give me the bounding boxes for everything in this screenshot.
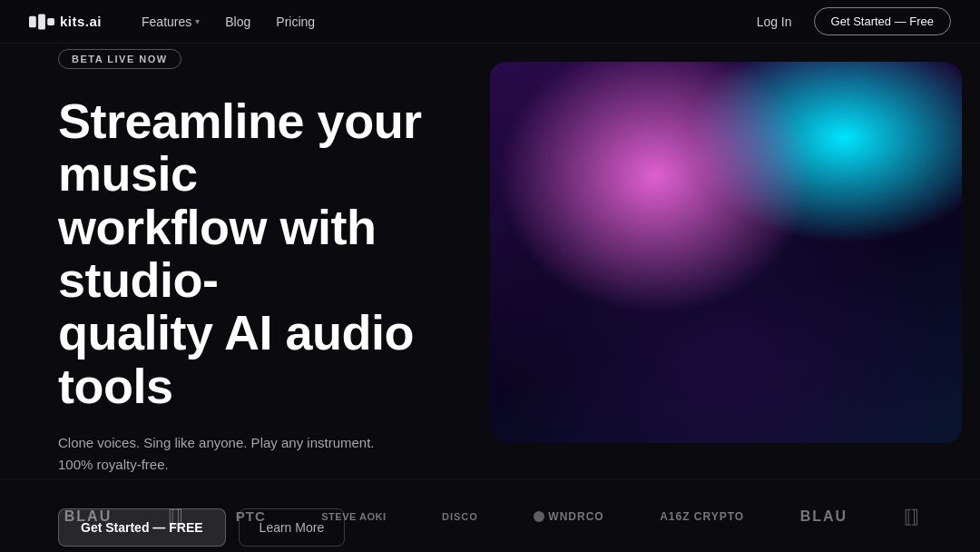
nav-cta-button[interactable]: Get Started — Free: [814, 7, 951, 35]
logo-wndrco: Wndrco: [534, 510, 603, 523]
hero-buttons: Get Started — FREE Learn More: [58, 508, 508, 547]
logo[interactable]: kits.ai: [29, 14, 102, 30]
logo-icon: [29, 14, 54, 30]
svg-rect-0: [29, 15, 36, 26]
hero-section: BETA LIVE NOW Streamline your music work…: [0, 44, 980, 552]
svg-rect-1: [38, 14, 45, 29]
learn-more-button[interactable]: Learn More: [239, 508, 346, 547]
logo-brackets-2: ⟦ ⟧: [904, 506, 916, 527]
svg-rect-2: [47, 18, 54, 25]
hero-content: BETA LIVE NOW Streamline your music work…: [0, 49, 508, 547]
login-link[interactable]: Log In: [746, 9, 803, 34]
gradient-blob: [490, 62, 962, 443]
chevron-down-icon: ▾: [195, 16, 200, 26]
nav-links: Features ▾ Blog Pricing: [131, 9, 746, 34]
hero-subtext: Clone voices. Sing like anyone. Play any…: [58, 432, 421, 476]
nav-pricing[interactable]: Pricing: [265, 9, 326, 34]
hero-heading: Streamline your music workflow with stud…: [58, 94, 508, 412]
get-started-button[interactable]: Get Started — FREE: [58, 508, 226, 547]
nav-right: Log In Get Started — Free: [746, 7, 951, 35]
logo-blau-2: BLAU: [800, 508, 848, 525]
wndrco-dot-icon: [534, 511, 544, 522]
hero-visual: [490, 62, 962, 443]
beta-badge: BETA LIVE NOW: [58, 49, 181, 69]
nav-features[interactable]: Features ▾: [131, 9, 211, 34]
logo-a16z: a16z crypto: [660, 510, 744, 523]
logo-text: kits.ai: [60, 14, 102, 29]
navigation: kits.ai Features ▾ Blog Pricing Log In G…: [0, 0, 980, 44]
nav-blog[interactable]: Blog: [214, 9, 261, 34]
